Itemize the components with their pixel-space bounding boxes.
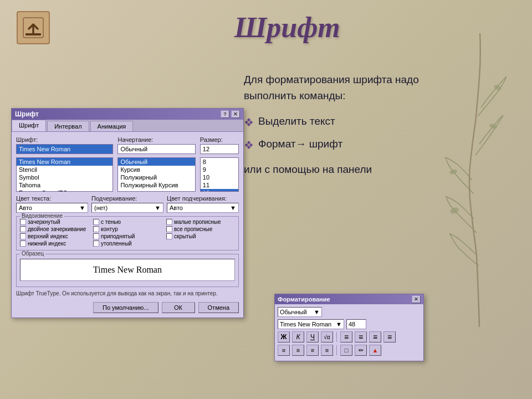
- bullet-text-2: Формат→ шрифт: [258, 136, 342, 152]
- size-input[interactable]: [200, 144, 239, 154]
- dialog-body: Шрифт: Начертание: Размер: Times New Rom…: [12, 132, 243, 318]
- cb-hidden[interactable]: скрытый: [166, 233, 235, 239]
- svg-point-2: [449, 207, 459, 215]
- cb-shadow[interactable]: с тенью: [93, 219, 162, 225]
- dropdown-arrow-3: ▼: [230, 204, 236, 211]
- svg-point-4: [489, 123, 498, 130]
- cb-box-5[interactable]: [93, 226, 99, 232]
- size-item-12[interactable]: 12: [201, 189, 238, 192]
- cb-zachiornuti[interactable]: зачеркнутый: [20, 219, 89, 225]
- formula-button[interactable]: √α: [321, 331, 333, 342]
- format-buttons-row2: ≡ ≡ ≡ ≡ □ ✏ ▲: [278, 345, 421, 356]
- cb-allcaps[interactable]: все прописные: [166, 226, 235, 232]
- justify-button[interactable]: ≡: [383, 331, 396, 342]
- default-button[interactable]: По умолчанию...: [93, 302, 158, 313]
- underline-button[interactable]: Ч: [306, 331, 319, 342]
- svg-rect-1: [25, 33, 41, 35]
- cb-raised[interactable]: приподнятый: [93, 233, 162, 239]
- preview-label: Образец: [20, 250, 45, 257]
- style-select-value: Обычный: [280, 309, 307, 315]
- style-select[interactable]: Обычный ▼: [278, 307, 322, 317]
- tab-font[interactable]: Шрифт: [12, 120, 46, 131]
- size-select-value: 48: [349, 321, 355, 328]
- align-left-button[interactable]: ≡: [340, 331, 352, 342]
- listboxes-row: Times New Roman Stencil Symbol Tahoma Te…: [16, 157, 239, 192]
- fontcolor-button[interactable]: ▲: [369, 345, 381, 356]
- font-input[interactable]: [16, 144, 113, 154]
- style-item-bolditalic[interactable]: Полужирный Курсив: [118, 181, 195, 189]
- decrease-indent-button[interactable]: ≡: [306, 345, 319, 356]
- bulletlist-button[interactable]: ≡: [292, 345, 304, 356]
- align-right-button[interactable]: ≡: [369, 331, 381, 342]
- border-button[interactable]: □: [340, 345, 352, 356]
- size-item-8[interactable]: 8: [201, 158, 238, 166]
- font-list-item-stencil[interactable]: Stencil: [17, 166, 112, 173]
- bold-button[interactable]: Ж: [278, 331, 290, 342]
- underline-color-dropdown[interactable]: Авто ▼: [167, 203, 239, 213]
- style-list-col: Обычный Курсив Полужирный Полужирный Кур…: [117, 157, 195, 192]
- size-listbox[interactable]: 8 9 10 11 12: [200, 157, 239, 192]
- style-input[interactable]: [117, 144, 195, 154]
- page-title: Шрифт: [234, 11, 340, 44]
- cb-box-6[interactable]: [166, 226, 172, 232]
- style-item-bold[interactable]: Полужирный: [118, 173, 195, 181]
- size-select[interactable]: 48: [346, 319, 366, 329]
- cb-outline[interactable]: контур: [93, 226, 162, 232]
- cb-engrave[interactable]: утопленный: [93, 241, 162, 247]
- dialog-tabs: Шрифт Интервал Анимация: [12, 120, 243, 132]
- back-button[interactable]: [17, 11, 50, 44]
- ok-button[interactable]: ОК: [162, 302, 195, 313]
- cb-box-1[interactable]: [20, 219, 26, 225]
- cb-box-2[interactable]: [93, 219, 99, 225]
- cb-box-10[interactable]: [20, 241, 26, 247]
- format-toolbar-body: Обычный ▼ Times New Roman ▼ 48 Ж К Ч √α …: [275, 304, 423, 361]
- color-row: Цвет текста: Авто ▼ Подчеркивание: (нет)…: [16, 195, 239, 213]
- cb-box-3[interactable]: [166, 219, 172, 225]
- cb-box-8[interactable]: [93, 233, 99, 239]
- bullet-icon-1: ❖: [244, 114, 254, 131]
- style-item-regular[interactable]: Обычный: [118, 158, 195, 166]
- tab-animation[interactable]: Анимация: [90, 121, 134, 131]
- numberedlist-button[interactable]: ≡: [278, 345, 290, 356]
- underline-label: Подчеркивание:: [91, 195, 163, 202]
- font-list-item-tahoma[interactable]: Tahoma: [17, 181, 112, 189]
- format-buttons-row1: Ж К Ч √α ≡ ≡ ≡ ≡: [278, 331, 421, 342]
- size-item-10[interactable]: 10: [201, 173, 238, 181]
- font-select[interactable]: Times New Roman ▼: [278, 319, 344, 329]
- underline-dropdown[interactable]: (нет) ▼: [91, 203, 163, 213]
- font-list-item-symbol[interactable]: Symbol: [17, 173, 112, 181]
- format-toolbar-buttons: ✕: [412, 295, 421, 303]
- cb-label-7: верхний индекс: [28, 233, 68, 239]
- font-list-item-tempus[interactable]: Tempus Sans ITC: [17, 189, 112, 192]
- cb-subscript[interactable]: нижний индекс: [20, 241, 89, 247]
- cb-superscript[interactable]: верхний индекс: [20, 233, 89, 239]
- style-listbox[interactable]: Обычный Курсив Полужирный Полужирный Кур…: [117, 157, 195, 192]
- cb-box-9[interactable]: [166, 233, 172, 239]
- tab-interval[interactable]: Интервал: [47, 121, 89, 131]
- italic-button[interactable]: К: [292, 331, 304, 342]
- cancel-button[interactable]: Отмена: [198, 302, 239, 313]
- cb-smallcaps[interactable]: малые прописные: [166, 219, 235, 225]
- labels-row: Шрифт: Начертание: Размер:: [16, 136, 239, 154]
- increase-indent-button[interactable]: ≡: [321, 345, 333, 356]
- cb-double-strike[interactable]: двойное зачеркивание: [20, 226, 89, 232]
- highlight-button[interactable]: ✏: [355, 345, 367, 356]
- color-dropdown[interactable]: Авто ▼: [16, 203, 88, 213]
- style-item-italic[interactable]: Курсив: [118, 166, 195, 173]
- format-close-button[interactable]: ✕: [412, 295, 421, 303]
- close-button[interactable]: ✕: [231, 110, 240, 118]
- font-list-item-times[interactable]: Times New Roman: [17, 158, 112, 166]
- bullet-2: ❖ Формат→ шрифт: [244, 136, 454, 154]
- dropdown-arrow: ▼: [79, 204, 85, 211]
- font-listbox[interactable]: Times New Roman Stencil Symbol Tahoma Te…: [16, 157, 113, 192]
- size-item-9[interactable]: 9: [201, 166, 238, 173]
- preview-section: Образец Times New Roman: [16, 254, 239, 287]
- align-center-button[interactable]: ≡: [355, 331, 367, 342]
- help-button[interactable]: ?: [221, 110, 229, 118]
- truetype-note: Шрифт TrueType. Он используется для выво…: [16, 290, 239, 296]
- underline-value: (нет): [94, 204, 108, 211]
- cb-box-7[interactable]: [20, 233, 26, 239]
- size-item-11[interactable]: 11: [201, 181, 238, 189]
- cb-box-11[interactable]: [93, 241, 99, 247]
- cb-box-4[interactable]: [20, 226, 26, 232]
